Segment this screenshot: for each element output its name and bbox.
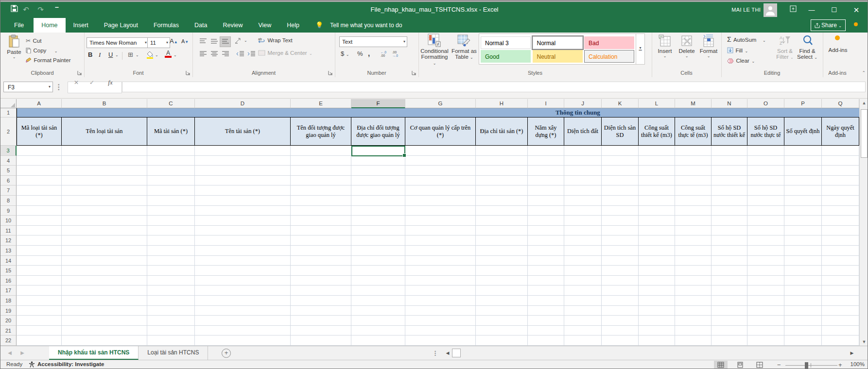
grid-cell-J20[interactable] [564, 316, 602, 326]
grid-cell-H3[interactable] [476, 146, 528, 156]
grid-cell-B3[interactable] [62, 146, 147, 156]
grid-cell-D15[interactable] [195, 266, 291, 276]
grid-cell-A5[interactable] [17, 166, 62, 176]
grid-cell-G18[interactable] [405, 296, 476, 306]
grid-cell-A11[interactable] [17, 226, 62, 236]
grid-cell-A16[interactable] [17, 276, 62, 286]
grid-cell-I18[interactable] [528, 296, 564, 306]
grid-cell-L14[interactable] [639, 256, 675, 266]
grid-cell-J14[interactable] [564, 256, 602, 266]
grid-cell-N15[interactable] [712, 266, 747, 276]
grid-cell-K7[interactable] [602, 185, 639, 196]
grid-cell-E21[interactable] [291, 326, 351, 336]
grid-cell-D7[interactable] [195, 185, 291, 196]
grid-cell-E6[interactable] [291, 176, 351, 186]
grid-cell-N5[interactable] [712, 166, 747, 176]
grid-cell-N12[interactable] [712, 235, 747, 246]
grid-cell-I6[interactable] [528, 176, 564, 186]
grid-cell-J22[interactable] [564, 335, 602, 346]
underline-button[interactable]: U [108, 51, 113, 58]
grid-cell-J18[interactable] [564, 296, 602, 306]
column-header-A[interactable]: A [17, 99, 62, 108]
ribbon-tab-home[interactable]: Home [34, 18, 65, 33]
grid-cell-G11[interactable] [405, 226, 476, 236]
grid-cell-P12[interactable] [784, 235, 822, 246]
grid-cell-M10[interactable] [675, 216, 712, 226]
grid-cell-E18[interactable] [291, 296, 351, 306]
column-header-L[interactable]: L [639, 99, 675, 108]
grid-cell-L17[interactable] [639, 285, 675, 296]
grid-cell-M12[interactable] [675, 235, 712, 246]
grid-cell-F4[interactable] [351, 156, 405, 166]
grid-cell-K5[interactable] [602, 166, 639, 176]
grid-cell-Q21[interactable] [822, 326, 859, 336]
style-chip-calculation[interactable]: Calculation [584, 50, 634, 63]
grid-cell-L7[interactable] [639, 185, 675, 196]
grid-cell-E13[interactable] [291, 246, 351, 256]
grid-cell-F7[interactable] [351, 185, 405, 196]
grid-cell-E7[interactable] [291, 185, 351, 196]
grid-cell-K17[interactable] [602, 285, 639, 296]
number-dialog-launcher[interactable] [412, 70, 417, 75]
close-button[interactable]: ✕ [848, 2, 865, 18]
column-header-G[interactable]: G [405, 99, 476, 108]
column-header-E[interactable]: E [291, 99, 351, 108]
grid-cell-A12[interactable] [17, 235, 62, 246]
grid-cell-F21[interactable] [351, 326, 405, 336]
grid-cell-E11[interactable] [291, 226, 351, 236]
grid-cell-P9[interactable] [784, 206, 822, 216]
grid-cell-J3[interactable] [564, 146, 602, 156]
copy-button[interactable]: Copy ⌄ [26, 46, 57, 54]
grid-cell-J4[interactable] [564, 156, 602, 166]
grid-cell-P11[interactable] [784, 226, 822, 236]
name-box[interactable]: F3▾ [3, 82, 53, 92]
row-header-8[interactable]: 8 [0, 196, 17, 206]
grid-cell-O18[interactable] [747, 296, 784, 306]
grid-cell-F20[interactable] [351, 316, 405, 326]
grid-cell-F11[interactable] [351, 226, 405, 236]
grid-cell-C22[interactable] [147, 335, 195, 346]
grid-cell-L20[interactable] [639, 316, 675, 326]
ribbon-tab-data[interactable]: Data [187, 18, 215, 33]
grid-cell-G13[interactable] [405, 246, 476, 256]
grid-cell-O10[interactable] [747, 216, 784, 226]
grow-font-button[interactable]: A▲ [170, 37, 178, 45]
grid-cell-E17[interactable] [291, 285, 351, 296]
header-cell-G2[interactable]: Cơ quan quản lý cấp trên (*) [405, 117, 476, 146]
grid-cell-C14[interactable] [147, 256, 195, 266]
format-dropdown[interactable]: ⌄ [698, 54, 719, 58]
sheet-nav-right-icon[interactable]: ▶ [17, 346, 28, 360]
ribbon-tab-review[interactable]: Review [215, 18, 250, 33]
grid-cell-N19[interactable] [712, 306, 747, 316]
grid-cell-N13[interactable] [712, 246, 747, 256]
style-chip-good[interactable]: Good [481, 50, 531, 63]
column-header-H[interactable]: H [476, 99, 528, 108]
cut-button[interactable]: ✂ Cut [26, 36, 41, 45]
grid-cell-N7[interactable] [712, 185, 747, 196]
grid-cell-H8[interactable] [476, 196, 528, 206]
grid-cell-A9[interactable] [17, 206, 62, 216]
grid-cell-I20[interactable] [528, 316, 564, 326]
grid-cell-K22[interactable] [602, 335, 639, 346]
grid-cell-J8[interactable] [564, 196, 602, 206]
style-chip-normal[interactable]: Normal [533, 36, 583, 49]
vertical-scroll-thumb[interactable] [861, 109, 868, 158]
grid-cell-B5[interactable] [62, 166, 147, 176]
row-header-19[interactable]: 19 [0, 306, 17, 316]
grid-cell-H11[interactable] [476, 226, 528, 236]
delete-cells-button[interactable]: Delete ⌄ [677, 34, 697, 58]
scroll-up-icon[interactable]: ▲ [860, 101, 868, 105]
grid-cell-D4[interactable] [195, 156, 291, 166]
horizontal-scroll-thumb[interactable] [452, 349, 461, 357]
font-color-button[interactable]: A [165, 50, 172, 58]
row-header-10[interactable]: 10 [0, 216, 17, 226]
grid-cell-J12[interactable] [564, 235, 602, 246]
grid-cell-A4[interactable] [17, 156, 62, 166]
grid-cell-K13[interactable] [602, 246, 639, 256]
conditional-formatting-button[interactable]: ≠ Conditional Formatting ⌄ [419, 34, 450, 66]
grid-cell-O6[interactable] [747, 176, 784, 186]
sheet-nav-left-icon[interactable]: ◀ [4, 346, 15, 360]
grid-cell-F14[interactable] [351, 256, 405, 266]
grid-cell-F17[interactable] [351, 285, 405, 296]
grid-cell-Q5[interactable] [822, 166, 859, 176]
